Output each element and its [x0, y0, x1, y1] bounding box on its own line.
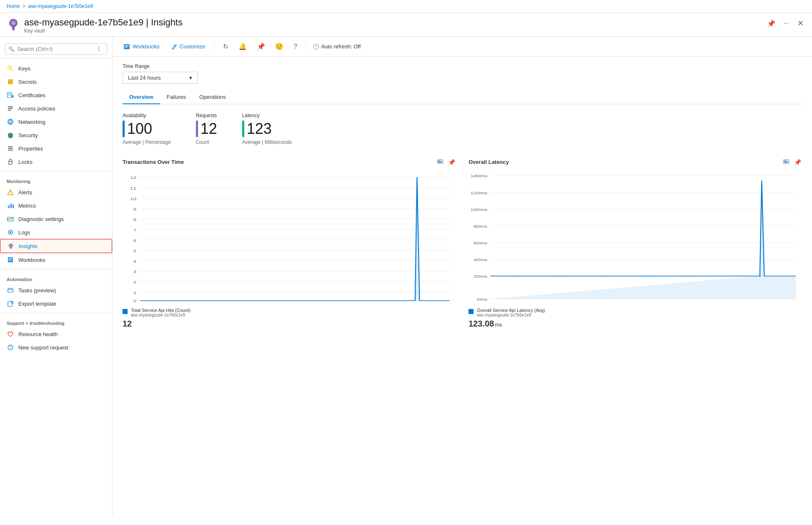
refresh-button[interactable]: ↻ [221, 41, 230, 52]
sidebar: 🔍 《 Keys Secrets Certificates [0, 37, 113, 516]
sidebar-item-resource-health[interactable]: Resource health [0, 327, 112, 341]
chart-latency-title: Overall Latency [469, 159, 509, 165]
metric-requests-label: Requests [196, 113, 217, 118]
metrics-label: Metrics [18, 203, 36, 209]
svg-text:?: ? [9, 345, 12, 350]
svg-text:0: 0 [133, 299, 137, 303]
sidebar-item-keys[interactable]: Keys [0, 62, 112, 75]
svg-text:11: 11 [130, 186, 136, 190]
sidebar-item-logs[interactable]: Logs [0, 226, 112, 239]
transactions-legend-text-block: Total Service Api Hits (Count) ase-myase… [131, 308, 190, 317]
svg-rect-12 [8, 110, 11, 111]
collapse-sidebar-button[interactable]: 《 [95, 45, 100, 53]
toolbar-separator-1 [214, 43, 215, 51]
sidebar-item-insights[interactable]: Insights [0, 239, 112, 253]
bell-button[interactable]: 🔔 [237, 41, 248, 52]
chart-transactions-expand-btn[interactable] [436, 158, 444, 166]
pin-toolbar-button[interactable]: 📌 [255, 41, 267, 52]
svg-text:2: 2 [133, 280, 137, 284]
pin-button[interactable]: 📌 [765, 18, 777, 29]
svg-text:120ms: 120ms [471, 191, 488, 195]
chart-latency-expand-btn[interactable] [782, 158, 790, 166]
svg-text:1: 1 [133, 291, 137, 294]
support-icon: ? [7, 344, 14, 351]
sidebar-item-networking[interactable]: Networking [0, 115, 112, 128]
more-button[interactable]: ··· [782, 18, 791, 29]
sidebar-divider-3 [0, 313, 112, 313]
workbooks-toolbar-icon [123, 43, 130, 50]
breadcrumb: Home > ase-myasegpude-1e7b5e1e9 [7, 3, 93, 9]
transactions-legend-text: Total Service Api Hits (Count) [131, 308, 190, 313]
access-policies-label: Access policies [18, 106, 55, 112]
feedback-button[interactable]: 🙂 [273, 41, 285, 52]
chart-transactions-pin-btn[interactable]: 📌 [447, 158, 456, 166]
sidebar-item-new-support[interactable]: ? New support request [0, 341, 112, 354]
insights-icon [7, 242, 15, 250]
chart-transactions-actions: 📌 [436, 158, 456, 166]
latency-legend-unit: ms [495, 322, 502, 328]
svg-rect-10 [8, 106, 13, 107]
sidebar-item-properties[interactable]: Properties [0, 142, 112, 155]
chart-latency-svg: 140ms 120ms 100ms 80ms 60ms 40ms 20ms 0m… [469, 171, 802, 305]
logs-icon [7, 229, 14, 236]
metric-latency-value: 123 [247, 120, 272, 138]
breadcrumb-sep: > [23, 3, 25, 9]
metric-availability-label: Availability [123, 113, 171, 118]
sidebar-item-access-policies[interactable]: Access policies [0, 102, 112, 115]
chart-transactions-svg: 12 11 10 9 8 7 6 5 4 3 2 1 0 [123, 171, 456, 305]
sidebar-item-export[interactable]: Export template [0, 297, 112, 310]
sidebar-item-tasks[interactable]: Tasks (preview) [0, 284, 112, 297]
sidebar-item-alerts[interactable]: Alerts [0, 186, 112, 199]
sidebar-item-certificates[interactable]: Certificates [0, 88, 112, 102]
tab-operations[interactable]: Operations [193, 90, 233, 104]
transactions-legend-color [123, 309, 128, 314]
sidebar-item-metrics[interactable]: Metrics [0, 199, 112, 212]
svg-rect-84 [786, 161, 787, 163]
sidebar-item-secrets[interactable]: Secrets [0, 75, 112, 88]
search-input[interactable] [5, 43, 107, 55]
time-range-select[interactable]: Last 24 hours ▾ [123, 72, 198, 84]
tab-failures[interactable]: Failures [160, 90, 193, 104]
diagnostic-icon [7, 215, 14, 223]
svg-marker-31 [10, 247, 12, 249]
customize-button[interactable]: Customize [169, 42, 208, 51]
insights-label: Insights [19, 243, 38, 249]
chart-latency-pin-btn[interactable]: 📌 [793, 158, 802, 166]
properties-label: Properties [18, 146, 43, 152]
secrets-label: Secrets [18, 79, 37, 85]
sidebar-item-workbooks[interactable]: Workbooks [0, 253, 112, 266]
chart-transactions: Transactions Over Time 📌 12 11 [123, 158, 456, 329]
workbooks-icon [7, 256, 14, 264]
metric-requests-value-row: 12 [196, 120, 217, 138]
title-actions: 📌 ··· ✕ [765, 17, 805, 30]
tab-overview[interactable]: Overview [123, 90, 160, 104]
svg-marker-77 [140, 177, 450, 301]
svg-rect-35 [9, 260, 11, 261]
breadcrumb-current[interactable]: ase-myasegpude-1e7b5e1e9 [28, 3, 93, 9]
breadcrumb-home[interactable]: Home [7, 3, 20, 9]
sidebar-item-locks[interactable]: Locks [0, 155, 112, 168]
workbooks-button[interactable]: Workbooks [121, 42, 162, 52]
sidebar-divider-2 [0, 269, 112, 269]
svg-rect-34 [9, 259, 12, 259]
properties-icon [7, 145, 14, 152]
charts-row: Transactions Over Time 📌 12 11 [123, 158, 802, 329]
svg-rect-16 [8, 146, 13, 147]
svg-point-9 [11, 95, 14, 98]
auto-refresh: 🕐 Auto refresh: Off [313, 43, 361, 50]
chart-latency-actions: 📌 [782, 158, 802, 166]
help-button[interactable]: ? [292, 41, 299, 52]
metric-availability-bar [123, 121, 125, 137]
metric-latency-label: Latency [242, 113, 292, 118]
chart-transactions-title: Transactions Over Time [123, 159, 184, 165]
sidebar-item-security[interactable]: Security [0, 128, 112, 142]
certificates-label: Certificates [18, 92, 45, 98]
svg-rect-25 [11, 203, 12, 208]
chart-latency: Overall Latency 📌 140ms 120ms [469, 158, 802, 329]
svg-text:20ms: 20ms [474, 274, 487, 278]
chart-latency-svg-wrap: 140ms 120ms 100ms 80ms 60ms 40ms 20ms 0m… [469, 171, 802, 306]
svg-text:140ms: 140ms [471, 174, 488, 178]
sidebar-item-diagnostic-settings[interactable]: Diagnostic settings [0, 212, 112, 226]
tasks-label: Tasks (preview) [18, 287, 56, 294]
close-button[interactable]: ✕ [796, 17, 805, 30]
